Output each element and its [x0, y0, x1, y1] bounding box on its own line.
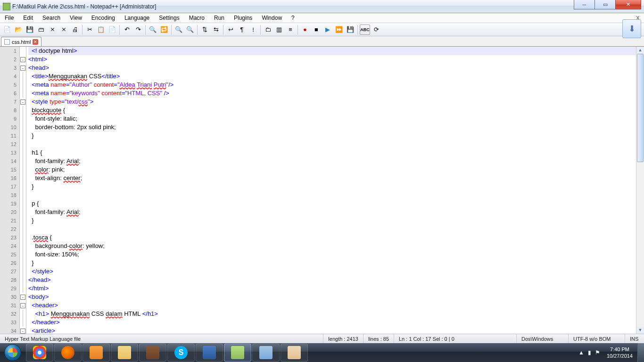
taskbar-explorer[interactable]: [111, 344, 138, 362]
app-icon: [3, 3, 10, 10]
sync-h-icon[interactable]: ⇆: [211, 25, 221, 35]
zoom-out-icon[interactable]: 🔍: [185, 25, 195, 35]
menu-run[interactable]: Run: [209, 15, 229, 21]
taskbar-firefox[interactable]: [54, 344, 82, 362]
taskbar-word[interactable]: [196, 344, 223, 362]
cut-icon[interactable]: ✂: [84, 25, 95, 35]
replace-icon[interactable]: 🔁: [159, 25, 169, 35]
tab-css-html[interactable]: css.html ✕: [1, 37, 41, 46]
window-title-bar: F:\Matkul Pak Arie 2\css.html - Notepad+…: [0, 0, 644, 13]
show-desktop-button[interactable]: [637, 343, 644, 362]
close-all-icon[interactable]: ⨯: [58, 25, 69, 35]
close-button[interactable]: ✕: [615, 0, 641, 9]
editor-area: 1234567891011121314151617181920212223242…: [0, 47, 644, 334]
indent-guide-icon[interactable]: ⫶: [248, 25, 258, 35]
toolbar-collapse-button[interactable]: ⬇: [622, 19, 641, 38]
close-file-icon[interactable]: ⨯: [47, 25, 58, 35]
menu-bar: File Edit Search View Encoding Language …: [0, 13, 644, 23]
show-all-icon[interactable]: ¶: [237, 25, 247, 35]
menu-edit[interactable]: Edit: [18, 15, 38, 21]
start-button[interactable]: [0, 343, 25, 362]
maximize-button[interactable]: ▭: [594, 0, 616, 9]
open-file-icon[interactable]: 📂: [13, 25, 24, 35]
paste-icon[interactable]: 📄: [107, 25, 117, 35]
scroll-up-icon[interactable]: ▲: [636, 47, 644, 54]
record-macro-icon[interactable]: ●: [300, 25, 310, 35]
menu-language[interactable]: Language: [120, 15, 154, 21]
userlang-icon[interactable]: 🗀: [263, 25, 273, 35]
taskbar-notepadpp[interactable]: [224, 344, 251, 362]
window-title: F:\Matkul Pak Arie 2\css.html - Notepad+…: [12, 3, 156, 10]
taskbar-paint[interactable]: [281, 344, 308, 362]
vertical-scrollbar[interactable]: ▲ ▼: [636, 47, 644, 334]
sync-v-icon[interactable]: ⇅: [199, 25, 210, 35]
line-number-gutter: 1234567891011121314151617181920212223242…: [0, 47, 20, 334]
doc-map-icon[interactable]: ▥: [274, 25, 284, 35]
tab-label: css.html: [12, 39, 31, 45]
redo-icon[interactable]: ↷: [133, 25, 143, 35]
file-icon: [4, 39, 10, 45]
save-icon[interactable]: 💾: [25, 25, 35, 35]
system-tray: ▲ ▮ ⚑ 7:40 PM 10/27/2014: [577, 343, 644, 362]
taskbar-notes[interactable]: [252, 344, 280, 362]
status-eol: Dos\Windows: [517, 334, 569, 343]
func-list-icon[interactable]: ≡: [285, 25, 296, 35]
save-macro-icon[interactable]: 💾: [345, 25, 355, 35]
undo-icon[interactable]: ↶: [122, 25, 132, 35]
menu-view[interactable]: View: [65, 15, 87, 21]
print-icon[interactable]: 🖨: [70, 25, 80, 35]
tab-close-icon[interactable]: ✕: [33, 39, 38, 45]
taskbar-skype[interactable]: S: [167, 344, 195, 362]
taskbar-wmplayer[interactable]: [83, 344, 110, 362]
spellcheck-icon[interactable]: ABC: [360, 25, 370, 35]
taskbar-winrar[interactable]: [139, 344, 166, 362]
toolbar: 📄 📂 💾 🗃 ⨯ ⨯ 🖨 ✂ 📋 📄 ↶ ↷ 🔍 🔁 🔍 🔍 ⇅ ⇆ ↩ ¶ …: [0, 23, 644, 36]
status-lines: lines : 85: [363, 334, 394, 343]
menu-encoding[interactable]: Encoding: [87, 15, 120, 21]
status-bar: Hyper Text Markup Language file length :…: [0, 334, 644, 343]
tray-battery-icon[interactable]: ▮: [588, 349, 591, 356]
windows-taskbar: S ▲ ▮ ⚑ 7:40 PM 10/27/2014: [0, 343, 644, 362]
menu-macro[interactable]: Macro: [184, 15, 209, 21]
menu-file[interactable]: File: [0, 15, 18, 21]
menu-settings[interactable]: Settings: [154, 15, 184, 21]
tray-date: 10/27/2014: [607, 353, 633, 359]
tab-bar: css.html ✕: [0, 36, 644, 47]
play-macro-icon[interactable]: ▶: [322, 25, 333, 35]
status-insert-mode: INS: [625, 334, 644, 343]
taskbar-chrome[interactable]: [26, 344, 53, 362]
wordwrap-icon[interactable]: ↩: [225, 25, 236, 35]
menu-help[interactable]: ?: [287, 15, 299, 21]
menu-window[interactable]: Window: [257, 15, 287, 21]
spellcheck-next-icon[interactable]: ⟳: [371, 25, 381, 35]
stop-macro-icon[interactable]: ■: [311, 25, 322, 35]
tray-chevron-icon[interactable]: ▲: [578, 349, 584, 356]
code-area[interactable]: <! doctype html><html><head> <title>Meng…: [26, 47, 636, 334]
status-filetype: Hyper Text Markup Language file: [0, 334, 323, 343]
scroll-down-icon[interactable]: ▼: [636, 327, 644, 334]
status-position: Ln : 1 Col : 17 Sel : 0 | 0: [394, 334, 517, 343]
fold-gutter[interactable]: [20, 47, 26, 334]
save-all-icon[interactable]: 🗃: [36, 25, 46, 35]
find-icon[interactable]: 🔍: [148, 25, 158, 35]
menu-plugins[interactable]: Plugins: [229, 15, 257, 21]
zoom-in-icon[interactable]: 🔍: [173, 25, 184, 35]
play-multi-icon[interactable]: ⏩: [334, 25, 344, 35]
minimize-button[interactable]: ─: [574, 0, 595, 9]
windows-orb-icon: [4, 344, 21, 361]
scroll-thumb[interactable]: [637, 54, 644, 162]
tray-time: 7:40 PM: [607, 346, 633, 353]
copy-icon[interactable]: 📋: [96, 25, 106, 35]
tray-clock[interactable]: 7:40 PM 10/27/2014: [602, 346, 637, 359]
menu-search[interactable]: Search: [38, 15, 65, 21]
tray-flag-icon[interactable]: ⚑: [595, 349, 600, 356]
status-length: length : 2413: [323, 334, 363, 343]
new-file-icon[interactable]: 📄: [2, 25, 12, 35]
status-encoding: UTF-8 w/o BOM: [569, 334, 625, 343]
